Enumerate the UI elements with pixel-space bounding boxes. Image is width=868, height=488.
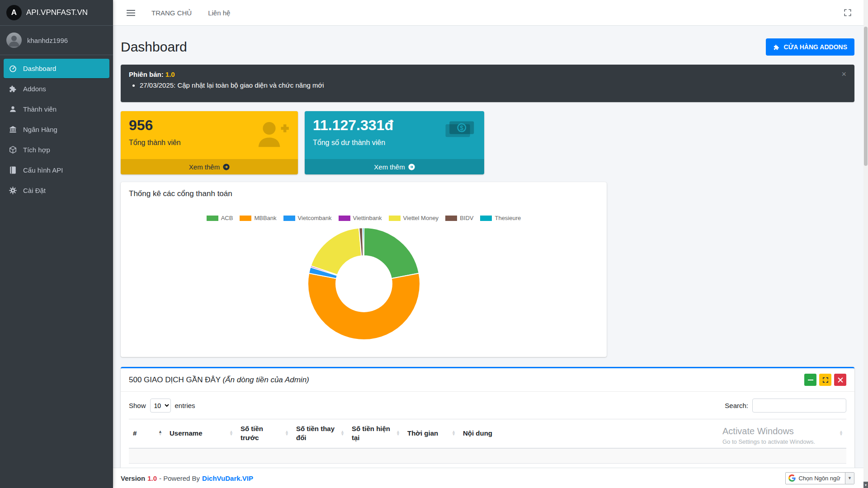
scrollbar-thumb[interactable] (864, 27, 868, 166)
sidebar-item-label: Cấu hình API (23, 166, 63, 174)
sort-icons: ▲▼ (396, 431, 400, 436)
nav-link-contact[interactable]: Liên hệ (208, 9, 230, 17)
sort-desc-icon: ▼ (452, 433, 456, 436)
addons-store-label: CỬA HÀNG ADDONS (784, 43, 847, 51)
close-icon[interactable]: × (841, 70, 846, 78)
legend-item-vietcombank[interactable]: Vietcombank (283, 215, 332, 221)
members-see-more-link[interactable]: Xem thêm (121, 159, 298, 174)
avatar (6, 33, 22, 48)
user-panel[interactable]: khanhdz1996 (0, 26, 113, 55)
donut-slice-thesieure (362, 228, 363, 256)
legend-item-mbbank[interactable]: MBBank (240, 215, 276, 221)
transactions-table: #▲▼ Username▲▼ Số tiền trước▲▼ Số tiền t… (129, 419, 846, 464)
sort-icons: ▲▼ (158, 431, 162, 436)
sort-desc-icon: ▼ (340, 433, 344, 436)
collapse-button[interactable] (804, 374, 816, 386)
arrow-circle-icon (408, 164, 415, 170)
expand-icon (823, 377, 828, 383)
col-header-balance-current[interactable]: Số tiền hiện tại▲▼ (348, 419, 403, 448)
sidebar-item-addons[interactable]: Addons (4, 79, 109, 99)
legend-swatch (480, 216, 492, 221)
col-header-balance-change[interactable]: Số tiền thay đổi▲▼ (292, 419, 348, 448)
chart-title: Thống kê các cổng thanh toán (129, 189, 599, 198)
main-content: Dashboard CỬA HÀNG ADDONS Phiên bản: 1.0… (113, 26, 863, 468)
col-header-time[interactable]: Thời gian▲▼ (403, 419, 459, 448)
page-title: Dashboard (121, 39, 187, 55)
puzzle-icon (773, 44, 780, 51)
puzzle-icon (9, 84, 17, 93)
page-footer: Version 1.0 - Powered By DichVuDark.VIP … (113, 468, 863, 488)
chevron-down-icon: ▼ (845, 473, 854, 484)
legend-swatch (445, 216, 457, 221)
changelog-item: 27/03/2025: Cập nhật lại toàn bộ giao di… (140, 81, 846, 89)
see-more-label: Xem thêm (374, 163, 405, 171)
sidebar-item-label: Tích hợp (23, 146, 50, 154)
sidebar-item-integrations[interactable]: Tích hợp (4, 140, 109, 160)
col-header-index[interactable]: #▲▼ (129, 419, 165, 448)
top-navbar: TRANG CHỦ Liên hệ (113, 0, 863, 26)
sidebar-item-label: Ngân Hàng (23, 126, 57, 133)
fullscreen-toggle[interactable] (844, 9, 852, 17)
brand-logo-icon: A (6, 5, 22, 20)
nav-link-home[interactable]: TRANG CHỦ (151, 9, 192, 17)
close-icon (838, 377, 843, 383)
sidebar-item-banks[interactable]: Ngân Hàng (4, 120, 109, 139)
donut-slice-mbbank (308, 273, 420, 340)
google-icon (786, 474, 798, 482)
table-row (129, 448, 846, 464)
col-header-balance-before[interactable]: Số tiền trước▲▼ (236, 419, 292, 448)
hamburger-icon[interactable] (127, 9, 135, 16)
language-selector-label: Chọn Ngôn ngữ (798, 475, 845, 482)
sidebar-item-members[interactable]: Thành viên (4, 99, 109, 119)
donut-slice-viettel-money (311, 228, 361, 275)
search-label: Search: (725, 402, 748, 409)
sort-desc-icon: ▼ (285, 433, 289, 436)
legend-item-thesieure[interactable]: Thesieure (480, 215, 521, 221)
col-header-content[interactable]: Nội dung▲▼ (459, 419, 846, 448)
balance-info-box: 11.127.331đ Tổng số dư thành viên $ Xem … (305, 111, 484, 174)
addons-store-button[interactable]: CỬA HÀNG ADDONS (766, 38, 854, 56)
sort-icons: ▲▼ (229, 431, 233, 436)
svg-text:$: $ (460, 124, 463, 131)
expand-button[interactable] (819, 374, 831, 386)
sort-icons: ▲▼ (452, 431, 456, 436)
page-size-select[interactable]: 10 (150, 399, 171, 413)
sort-desc-icon: ▼ (396, 433, 400, 436)
legend-item-bidv[interactable]: BIDV (445, 215, 473, 221)
legend-item-acb[interactable]: ACB (207, 215, 233, 221)
legend-swatch (283, 216, 295, 221)
remove-button[interactable] (834, 374, 846, 386)
legend-swatch (389, 216, 401, 221)
chart-legend: ACB MBBank Vietcombank Viettinbank Viett… (129, 215, 599, 221)
footer-brand-link[interactable]: DichVuDark.VIP (202, 474, 253, 482)
sort-desc-icon: ▼ (229, 433, 233, 436)
version-value: 1.0 (165, 70, 175, 78)
sidebar-item-label: Thành viên (23, 105, 57, 113)
scrollbar-down-arrow[interactable]: ▼ (863, 482, 868, 488)
sort-icons: ▲▼ (839, 431, 843, 436)
sort-icons: ▲▼ (285, 431, 289, 436)
brand-title: API.VPNFAST.VN (26, 8, 88, 17)
sidebar-item-dashboard[interactable]: Dashboard (4, 59, 109, 78)
balance-see-more-link[interactable]: Xem thêm (305, 159, 484, 174)
expand-icon (844, 9, 852, 17)
search-input[interactable] (752, 399, 846, 413)
donut-chart (307, 227, 421, 341)
language-selector[interactable]: Chọn Ngôn ngữ ▼ (785, 472, 854, 484)
payment-gateways-chart-card: Thống kê các cổng thanh toán ACB MBBank … (121, 182, 607, 357)
footer-version-value: 1.0 (147, 474, 157, 482)
legend-item-viettinbank[interactable]: Viettinbank (339, 215, 382, 221)
legend-swatch (207, 216, 218, 221)
entries-label: entries (175, 402, 195, 409)
show-label: Show (129, 402, 146, 409)
legend-swatch (240, 216, 251, 221)
legend-swatch (339, 216, 350, 221)
col-header-username[interactable]: Username▲▼ (165, 419, 236, 448)
money-icon: $ (444, 118, 476, 143)
bank-icon (9, 125, 17, 134)
see-more-label: Xem thêm (189, 163, 220, 171)
sidebar-item-settings[interactable]: Cài Đặt (4, 181, 109, 200)
legend-item-viettel-money[interactable]: Viettel Money (389, 215, 439, 221)
brand[interactable]: A API.VPNFAST.VN (0, 0, 113, 26)
sidebar-item-api-config[interactable]: Cấu hình API (4, 160, 109, 180)
